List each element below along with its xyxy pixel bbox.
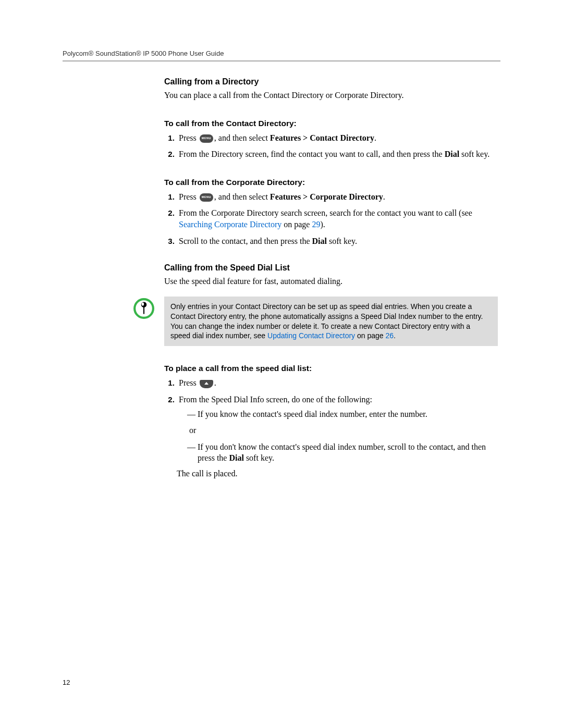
text: soft key.	[327, 237, 357, 245]
text: Scroll to the contact, and then press th…	[179, 237, 312, 245]
step: Press .	[177, 377, 498, 389]
option: If you don't know the contact's speed di…	[189, 441, 498, 464]
body-text: You can place a call from the Contact Di…	[164, 90, 498, 101]
text: Press	[179, 192, 199, 201]
heading-contact-directory: To call from the Contact Directory:	[164, 119, 498, 128]
softkey-name: Dial	[312, 237, 326, 245]
steps-list: Press MENU, and then select Features > C…	[164, 132, 498, 160]
steps-list: Press MENU, and then select Features > C…	[164, 191, 498, 246]
up-arrow-key-icon	[200, 380, 213, 388]
page-link[interactable]: 26	[385, 331, 394, 340]
step: Press MENU, and then select Features > C…	[177, 191, 498, 203]
sub-options: If you know the contact's speed dial ind…	[179, 409, 498, 464]
header-rule	[63, 60, 500, 61]
softkey-name: Dial	[445, 150, 459, 158]
step: From the Corporate Directory search scre…	[177, 207, 498, 230]
step: Scroll to the contact, and then press th…	[177, 236, 498, 247]
heading-corporate-directory: To call from the Corporate Directory:	[164, 178, 498, 187]
text: .	[383, 192, 385, 201]
page: Polycom® SoundStation® IP 5000 Phone Use…	[0, 0, 563, 728]
menu-button-label: MENU	[202, 195, 211, 199]
text: on page	[282, 220, 312, 229]
cross-reference-link[interactable]: Updating Contact Directory	[267, 331, 355, 340]
menu-button-label: MENU	[202, 137, 211, 140]
text: Press	[179, 378, 199, 387]
text: .	[374, 133, 376, 142]
text: From the Speed Dial Info screen, do one …	[179, 395, 372, 404]
content-column: Calling from a Directory You can place a…	[164, 77, 498, 478]
text: From the Corporate Directory search scre…	[179, 208, 472, 217]
pushpin-icon	[133, 298, 155, 319]
note-box: Only entries in your Contact Directory c…	[164, 297, 498, 347]
menu-button-icon: MENU	[200, 193, 213, 202]
running-header: Polycom® SoundStation® IP 5000 Phone Use…	[63, 50, 500, 57]
menu-path: Features > Corporate Directory	[270, 192, 383, 201]
note-text: .	[394, 331, 396, 340]
menu-button-icon: MENU	[200, 134, 213, 143]
page-number: 12	[63, 678, 70, 686]
body-text: Use the speed dial feature for fast, aut…	[164, 276, 498, 287]
step: From the Speed Dial Info screen, do one …	[177, 394, 498, 464]
or-separator: or	[189, 425, 498, 436]
text: , and then select	[214, 133, 270, 142]
svg-point-1	[142, 302, 144, 305]
cross-reference-link[interactable]: Searching Corporate Directory	[179, 220, 282, 229]
heading-calling-from-directory: Calling from a Directory	[164, 77, 498, 87]
note-text: on page	[355, 331, 385, 340]
page-link[interactable]: 29	[312, 220, 320, 229]
menu-path: Features > Contact Directory	[270, 133, 374, 142]
step: Press MENU, and then select Features > C…	[177, 132, 498, 144]
option: If you know the contact's speed dial ind…	[189, 409, 498, 420]
heading-place-speed-dial: To place a call from the speed dial list…	[164, 364, 498, 373]
text: Press	[179, 133, 199, 142]
text: soft key.	[244, 453, 274, 462]
heading-speed-dial: Calling from the Speed Dial List	[164, 263, 498, 273]
steps-list: Press . From the Speed Dial Info screen,…	[164, 377, 498, 464]
step: From the Directory screen, find the cont…	[177, 149, 498, 160]
note-block: Only entries in your Contact Directory c…	[133, 297, 498, 347]
text: ).	[320, 220, 325, 229]
text: , and then select	[214, 192, 270, 201]
text: soft key.	[459, 150, 489, 158]
text: From the Directory screen, find the cont…	[179, 150, 445, 158]
text: .	[214, 378, 216, 387]
closing-text: The call is placed.	[177, 469, 498, 478]
softkey-name: Dial	[229, 453, 243, 462]
